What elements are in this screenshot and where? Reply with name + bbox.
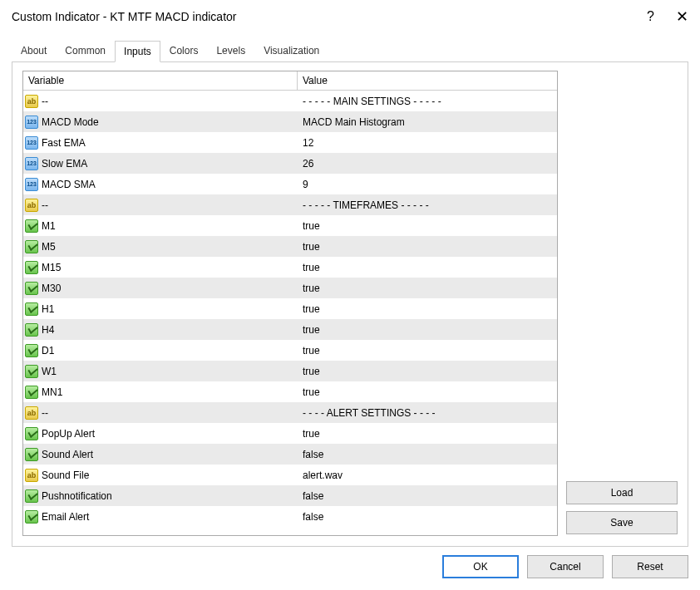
param-row[interactable]: 123MACD ModeMACD Main Histogram <box>23 111 557 132</box>
tab-visualization[interactable]: Visualization <box>254 40 328 61</box>
param-value-cell[interactable]: false <box>298 490 557 502</box>
param-variable-cell: 123MACD Mode <box>23 116 298 129</box>
bool-icon <box>25 427 38 440</box>
dialog-window: Custom Indicator - KT MTF MACD indicator… <box>0 0 700 590</box>
param-value-cell[interactable]: 26 <box>298 158 557 170</box>
param-value-cell[interactable]: 12 <box>298 137 557 149</box>
param-variable-cell: M1 <box>23 219 298 233</box>
param-name: D1 <box>42 345 54 356</box>
number-icon: 123 <box>25 178 38 191</box>
param-row[interactable]: M5true <box>23 236 557 257</box>
param-value-cell[interactable]: - - - - ALERT SETTINGS - - - - <box>298 407 557 419</box>
column-header-value[interactable]: Value <box>298 71 557 90</box>
param-row[interactable]: H4true <box>23 319 557 340</box>
param-value-cell[interactable]: true <box>298 283 557 294</box>
titlebar-buttons: ? ✕ <box>647 9 688 24</box>
param-value-cell[interactable]: alert.wav <box>298 470 557 481</box>
close-button[interactable]: ✕ <box>676 9 688 24</box>
param-variable-cell: 123Fast EMA <box>23 136 298 150</box>
param-value-cell[interactable]: - - - - - MAIN SETTINGS - - - - - <box>298 96 557 107</box>
content-area: AboutCommonInputsColorsLevelsVisualizati… <box>0 33 700 590</box>
tab-levels[interactable]: Levels <box>207 40 254 61</box>
string-icon: ab <box>25 199 38 212</box>
param-row[interactable]: M15true <box>23 257 557 278</box>
param-name: Sound Alert <box>42 449 93 460</box>
param-variable-cell: H4 <box>23 323 298 337</box>
param-value-cell[interactable]: false <box>298 449 557 460</box>
param-row[interactable]: Email Alertfalse <box>23 506 557 527</box>
tab-inputs[interactable]: Inputs <box>115 41 160 62</box>
param-row[interactable]: ab--- - - - ALERT SETTINGS - - - - <box>23 402 557 423</box>
param-value-cell[interactable]: true <box>298 241 557 253</box>
param-value-cell[interactable]: false <box>298 511 557 523</box>
param-value-cell[interactable]: true <box>298 220 557 232</box>
param-row[interactable]: MN1true <box>23 381 557 402</box>
load-button[interactable]: Load <box>566 481 678 504</box>
cancel-button[interactable]: Cancel <box>527 555 604 578</box>
save-button[interactable]: Save <box>566 511 678 534</box>
param-value-cell[interactable]: true <box>298 345 557 356</box>
param-value-cell[interactable]: true <box>298 428 557 440</box>
param-row[interactable]: M1true <box>23 215 557 236</box>
param-name: M15 <box>42 262 61 273</box>
param-variable-cell: M15 <box>23 261 298 274</box>
string-icon: ab <box>25 95 38 108</box>
param-name: Fast EMA <box>42 137 86 149</box>
tab-about[interactable]: About <box>12 40 56 61</box>
param-value-cell[interactable]: 9 <box>298 179 557 190</box>
param-row[interactable]: M30true <box>23 278 557 298</box>
param-name: -- <box>42 96 48 107</box>
bool-icon <box>25 219 38 233</box>
param-row[interactable]: ab--- - - - - MAIN SETTINGS - - - - - <box>23 91 557 111</box>
bool-icon <box>25 323 38 337</box>
help-button[interactable]: ? <box>647 10 654 23</box>
param-value-cell[interactable]: - - - - - TIMEFRAMES - - - - - <box>298 199 557 211</box>
ok-button[interactable]: OK <box>442 555 519 578</box>
string-icon: ab <box>25 406 38 420</box>
param-row[interactable]: Pushnotificationfalse <box>23 485 557 506</box>
param-row[interactable]: Sound Alertfalse <box>23 444 557 465</box>
param-variable-cell: Pushnotification <box>23 489 298 503</box>
reset-button[interactable]: Reset <box>612 555 688 578</box>
param-row[interactable]: W1true <box>23 361 557 381</box>
param-value-cell[interactable]: true <box>298 324 557 336</box>
dialog-footer: OK Cancel Reset <box>12 555 688 578</box>
param-row[interactable]: 123MACD SMA9 <box>23 174 557 194</box>
param-name: MACD Mode <box>42 116 99 128</box>
bool-icon <box>25 386 38 399</box>
param-variable-cell: M5 <box>23 240 298 253</box>
bool-icon <box>25 510 38 524</box>
bool-icon <box>25 261 38 274</box>
column-header-variable[interactable]: Variable <box>23 71 298 90</box>
param-value-cell[interactable]: true <box>298 262 557 273</box>
param-value-cell[interactable]: true <box>298 366 557 377</box>
bool-icon <box>25 302 38 316</box>
tab-common[interactable]: Common <box>56 40 115 61</box>
bool-icon <box>25 365 38 378</box>
tab-colors[interactable]: Colors <box>160 40 208 61</box>
param-row[interactable]: PopUp Alerttrue <box>23 423 557 444</box>
param-row[interactable]: abSound Filealert.wav <box>23 465 557 485</box>
param-name: Slow EMA <box>42 158 87 170</box>
param-row[interactable]: ab--- - - - - TIMEFRAMES - - - - - <box>23 194 557 215</box>
param-value-cell[interactable]: true <box>298 386 557 398</box>
param-row[interactable]: 123Fast EMA12 <box>23 132 557 153</box>
param-name: Sound File <box>42 470 89 481</box>
param-name: -- <box>42 407 48 419</box>
param-row[interactable]: D1true <box>23 340 557 361</box>
param-name: MACD SMA <box>42 179 96 190</box>
bool-icon <box>25 240 38 253</box>
param-name: Email Alert <box>42 511 89 523</box>
param-variable-cell: ab-- <box>23 95 298 108</box>
param-variable-cell: Sound Alert <box>23 448 298 461</box>
number-icon: 123 <box>25 136 38 150</box>
param-row[interactable]: 123Slow EMA26 <box>23 153 557 174</box>
bool-icon <box>25 489 38 503</box>
param-value-cell[interactable]: true <box>298 303 557 315</box>
number-icon: 123 <box>25 116 38 129</box>
param-row[interactable]: H1true <box>23 298 557 319</box>
bool-icon <box>25 282 38 295</box>
param-variable-cell: H1 <box>23 302 298 316</box>
param-name: M1 <box>42 220 56 232</box>
param-value-cell[interactable]: MACD Main Histogram <box>298 116 557 128</box>
